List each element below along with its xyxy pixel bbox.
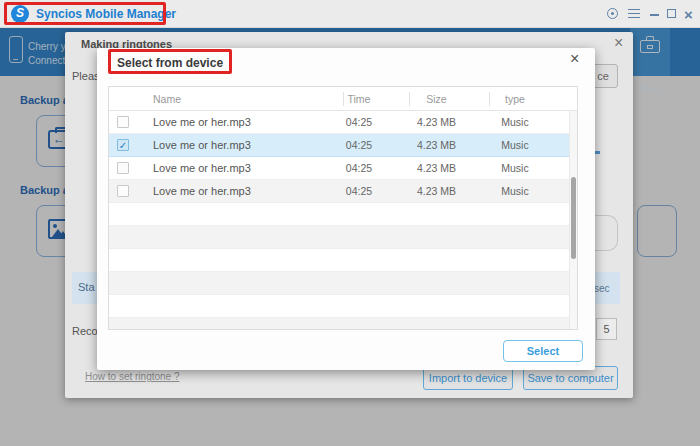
record-label-partial: Reco [72,325,98,337]
checkbox-unchecked-icon[interactable] [117,162,129,174]
table-row[interactable]: Love me or her.mp304:254.23 MBMusic [109,111,577,134]
scrollbar-thumb[interactable] [571,177,576,259]
checkbox-checked-icon[interactable]: ✓ [117,139,129,151]
table-row[interactable]: Love me or her.mp304:254.23 MBMusic [109,157,577,180]
file-time: 04:25 [323,111,395,134]
table-row[interactable]: Love me or her.mp304:254.23 MBMusic [109,180,577,203]
title-bar: S Syncios Mobile Manager × [0,0,700,28]
checkbox-unchecked-icon[interactable] [117,116,129,128]
column-header-type[interactable]: type [479,87,551,111]
file-name: Love me or her.mp3 [153,180,251,203]
file-size: 4.23 MB [399,157,474,180]
maximize-button[interactable] [667,9,676,18]
file-name: Love me or her.mp3 [153,134,251,157]
file-time: 04:25 [323,180,395,203]
please-text-partial: Pleas [72,70,100,82]
app-window: S Syncios Mobile Manager × Cherry y Conn… [0,0,700,446]
file-size: 4.23 MB [399,134,474,157]
file-table: Name Time Size type Love me or her.mp304… [108,86,578,330]
file-time: 04:25 [323,134,395,157]
table-empty-row [109,272,577,295]
file-type: Music [479,134,551,157]
file-type: Music [479,157,551,180]
file-table-body: Love me or her.mp304:254.23 MBMusic✓Love… [109,111,577,330]
settings-icon[interactable] [607,8,620,20]
file-size: 4.23 MB [399,111,474,134]
syncios-logo-icon: S [11,5,29,23]
column-header-time[interactable]: Time [323,87,395,111]
player-box-sliver [594,215,618,251]
checkbox-unchecked-icon[interactable] [117,185,129,197]
column-header-size[interactable]: Size [399,87,474,111]
menu-icon[interactable] [628,6,641,18]
dialog-close-icon[interactable]: × [614,36,623,50]
file-type: Music [479,111,551,134]
select-from-device-modal: Select from device × Name Time Size type… [97,48,595,370]
how-to-set-ringtone-link[interactable]: How to set ringtone ? [85,371,180,382]
sec-label: sec [594,283,610,294]
table-empty-row [109,249,577,272]
app-title: Syncios Mobile Manager [36,7,176,21]
close-window-button[interactable]: × [684,9,697,21]
table-empty-row [109,226,577,249]
modal-close-icon[interactable]: × [570,52,579,66]
select-button[interactable]: Select [503,340,583,362]
modal-title: Select from device [117,56,223,70]
table-row[interactable]: ✓Love me or her.mp304:254.23 MBMusic [109,134,577,157]
file-type: Music [479,180,551,203]
file-size: 4.23 MB [399,180,474,203]
file-name: Love me or her.mp3 [153,157,251,180]
table-empty-row [109,295,577,318]
table-header: Name Time Size type [109,87,577,111]
start-label-partial: Sta [78,281,95,293]
table-empty-row [109,203,577,226]
file-name: Love me or her.mp3 [153,111,251,134]
scrollbar-track[interactable] [569,111,577,329]
record-seconds-input[interactable]: 5 [596,318,617,340]
table-empty-row [109,318,577,330]
minimize-button[interactable] [650,14,659,26]
column-header-name[interactable]: Name [153,87,181,111]
file-time: 04:25 [323,157,395,180]
